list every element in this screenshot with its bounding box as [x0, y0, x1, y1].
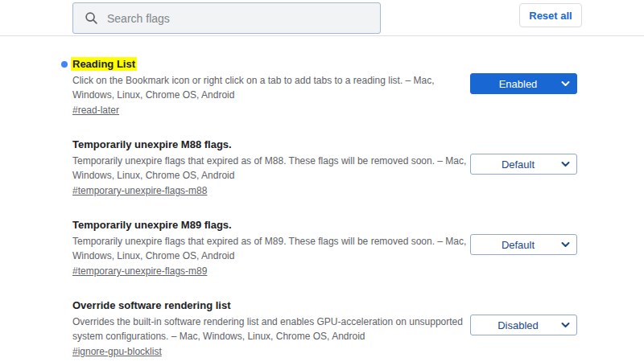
flag-select-wrap: Default — [470, 234, 577, 255]
flags-header-bar: Reset all — [0, 0, 644, 36]
flag-description: Temporarily unexpire flags that expired … — [72, 234, 452, 263]
flag-title-text: Override software rendering list — [72, 299, 231, 311]
flag-row-reading-list: Reading List Click on the Bookmark icon … — [72, 57, 577, 117]
flag-permalink[interactable]: #ignore-gpu-blocklist — [72, 344, 162, 359]
flag-info: Temporarily unexpire M89 flags. Temporar… — [72, 218, 452, 278]
flag-row-unexpire-m88: Temporarily unexpire M88 flags. Temporar… — [72, 138, 577, 198]
flag-title: Override software rendering list — [72, 298, 452, 313]
flag-select-wrap: Enabled — [470, 73, 577, 94]
search-icon — [85, 11, 98, 25]
search-box[interactable] — [72, 2, 381, 34]
flag-permalink[interactable]: #read-later — [72, 103, 119, 117]
flag-row-unexpire-m89: Temporarily unexpire M89 flags. Temporar… — [72, 218, 577, 278]
flag-state-select[interactable]: Default — [470, 234, 577, 255]
match-dot-icon — [61, 61, 68, 68]
flag-state-select[interactable]: Enabled — [470, 73, 577, 94]
flag-title: Reading List — [72, 57, 452, 72]
search-input[interactable] — [107, 3, 380, 33]
flag-description: Temporarily unexpire flags that expired … — [72, 154, 452, 183]
flag-description: Overrides the built-in software renderin… — [72, 315, 452, 343]
flag-info: Temporarily unexpire M88 flags. Temporar… — [72, 138, 452, 198]
flag-title-text: Reading List — [71, 57, 137, 71]
flag-permalink[interactable]: #temporary-unexpire-flags-m88 — [72, 183, 207, 198]
flags-list: Reading List Click on the Bookmark icon … — [0, 36, 644, 359]
flag-select-wrap: Default — [470, 154, 577, 175]
flag-select-wrap: Disabled — [470, 315, 577, 335]
reset-all-button[interactable]: Reset all — [519, 3, 582, 27]
flag-permalink[interactable]: #temporary-unexpire-flags-m89 — [72, 264, 207, 278]
flag-row-ignore-gpu-blocklist: Override software rendering list Overrid… — [72, 298, 577, 359]
flag-title-text: Temporarily unexpire M89 flags. — [72, 219, 232, 231]
flag-description: Click on the Bookmark icon or right clic… — [72, 73, 452, 102]
flag-title: Temporarily unexpire M89 flags. — [72, 218, 452, 232]
flag-state-select[interactable]: Disabled — [470, 315, 577, 335]
flag-title-text: Temporarily unexpire M88 flags. — [72, 138, 232, 150]
flag-title: Temporarily unexpire M88 flags. — [72, 138, 452, 152]
flag-state-select[interactable]: Default — [470, 154, 577, 175]
flag-info: Override software rendering list Overrid… — [72, 298, 452, 359]
flag-info: Reading List Click on the Bookmark icon … — [72, 57, 452, 117]
